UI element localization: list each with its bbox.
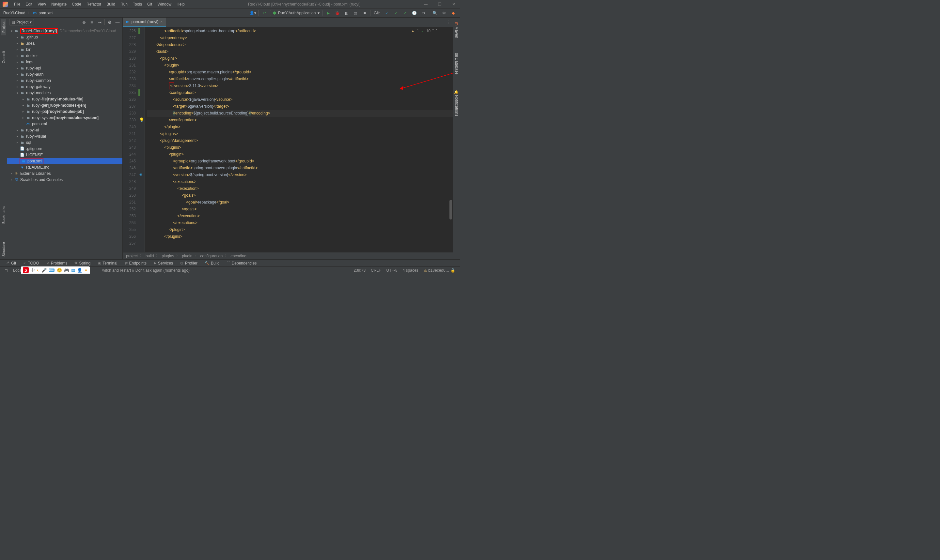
inspection-widget[interactable]: ▲1 ✓10 ˆˇ [410, 28, 438, 34]
run-config-selector[interactable]: ⬢ RuoYiAuthApplication ▾ [270, 10, 323, 16]
menu-help[interactable]: Help [174, 1, 187, 8]
crumb-item[interactable]: build [146, 254, 154, 258]
gutter-nav-icon[interactable]: ◉↓ [139, 172, 144, 176]
code-area[interactable]: 2262272282292302312322332342352362372382… [123, 27, 453, 252]
expand-icon[interactable]: ≡ [89, 19, 95, 25]
crumb-item[interactable]: plugins [162, 254, 174, 258]
menu-window[interactable]: Window [155, 1, 174, 8]
breadcrumb-file[interactable]: pom.xml [39, 11, 53, 15]
tool-bookmarks[interactable]: Bookmarks [1, 203, 6, 226]
coverage-button[interactable]: ◧ [343, 9, 350, 17]
menu-file[interactable]: File [12, 1, 23, 8]
back-icon[interactable]: ↶ [261, 9, 268, 17]
bottom-tab-todo[interactable]: ✓TODO [20, 260, 42, 266]
search-icon[interactable]: 🔍 [431, 9, 438, 17]
maximize-button[interactable]: ❐ [436, 2, 444, 6]
bottom-tab-git[interactable]: ⎇Git [2, 260, 19, 266]
tree-item[interactable]: mpom.xml [7, 121, 122, 127]
locate-icon[interactable]: ⊕ [81, 19, 87, 25]
git-push-icon[interactable]: ↗ [401, 9, 408, 17]
tree-item[interactable]: ▸◱Scratches and Consoles [7, 177, 122, 183]
profile-button[interactable]: ◷ [352, 9, 359, 17]
tool-notifications[interactable]: 🔔 Notifications [454, 87, 459, 119]
sidebar-settings-icon[interactable]: ⚙ [107, 19, 112, 25]
tree-item[interactable]: ▸🖿ruoyi-ui [7, 127, 122, 133]
minimize-button[interactable]: — [422, 2, 430, 6]
git-revert-icon[interactable]: ⟲ [420, 9, 427, 17]
menu-view[interactable]: View [35, 1, 48, 8]
bottom-tab-build[interactable]: 🔨Build [201, 260, 223, 266]
tree-item[interactable]: ▸🖿sql [7, 139, 122, 145]
close-button[interactable]: ✕ [450, 2, 457, 6]
tree-item[interactable]: ▸🖿bin [7, 46, 122, 52]
tree-item[interactable]: ▸🖿docker [7, 52, 122, 59]
editor-breadcrumbs[interactable]: project〉build〉plugins〉plugin〉configurati… [123, 252, 453, 259]
tree-item[interactable]: ▸🖿ruoyi-job [ruoyi-modules-job] [7, 108, 122, 114]
bottom-tab-spring[interactable]: ✿Spring [71, 260, 94, 266]
menu-tools[interactable]: Tools [131, 1, 144, 8]
tree-item[interactable]: 📄LICENSE [7, 152, 122, 158]
tree-item[interactable]: ▸🖿ruoyi-visual [7, 133, 122, 139]
breadcrumb-root[interactable]: RuoYi-Cloud [3, 11, 25, 15]
crumb-item[interactable]: project [126, 254, 138, 258]
tool-commit[interactable]: Commit [1, 48, 6, 66]
status-line-sep[interactable]: CRLF [368, 268, 384, 273]
bottom-tab-dependencies[interactable]: ☷Dependencies [223, 260, 260, 266]
tree-item[interactable]: 📄.gitignore [7, 145, 122, 152]
tree-item[interactable]: ▸🖿ruoyi-system [ruoyi-modules-system] [7, 114, 122, 121]
editor-scrollbar[interactable] [450, 200, 452, 220]
debug-button[interactable]: 🐞 [334, 9, 341, 17]
menu-edit[interactable]: Edit [23, 1, 35, 8]
tree-item[interactable]: mpom.xml [7, 158, 122, 164]
code-content[interactable]: 配置版本号 <artifactId>spring-cloud-starter-b… [145, 27, 453, 252]
menu-navigate[interactable]: Navigate [49, 1, 69, 8]
tree-item[interactable]: ▸🖿ruoyi-auth [7, 71, 122, 77]
menu-refactor[interactable]: Refactor [84, 1, 103, 8]
tab-close-icon[interactable]: × [160, 20, 163, 24]
tree-item[interactable]: ▸🖿ruoyi-common [7, 77, 122, 83]
tool-maven[interactable]: m Maven [454, 20, 459, 41]
bottom-tab-terminal[interactable]: ▣Terminal [94, 260, 120, 266]
menu-build[interactable]: Build [104, 1, 117, 8]
tree-item[interactable]: ▸🖿.idea [7, 40, 122, 46]
settings-icon[interactable]: ⚙ [440, 9, 447, 17]
status-git-branch[interactable]: ⚠ b18eced0… 🔒 [421, 268, 458, 273]
sidebar-hide-icon[interactable]: — [114, 19, 120, 25]
users-icon[interactable]: 👤▾ [250, 9, 257, 17]
intention-bulb-icon[interactable]: 💡 [139, 117, 144, 122]
status-indent[interactable]: 4 spaces [400, 268, 421, 273]
tool-database[interactable]: 🗄 Database [454, 51, 459, 77]
tree-item[interactable]: ▸🖿ruoyi-api [7, 65, 122, 71]
menu-code[interactable]: Code [69, 1, 83, 8]
menu-git[interactable]: Git [145, 1, 154, 8]
git-pull-icon[interactable]: ✓ [383, 9, 390, 17]
git-commit-icon[interactable]: ✓ [392, 9, 399, 17]
bottom-tab-problems[interactable]: ⊘Problems [43, 260, 71, 266]
tree-item[interactable]: ▸🖿ruoyi-gen [ruoyi-modules-gen] [7, 102, 122, 108]
crumb-item[interactable]: plugin [182, 254, 192, 258]
tree-item[interactable]: ▸🖿.github [7, 34, 122, 40]
bottom-tab-profiler[interactable]: ◷Profiler [177, 260, 201, 266]
tree-root[interactable]: ▾🖿RuoYi-Cloud [ruoyi] D:\kennychen\code\… [7, 28, 122, 34]
tool-project[interactable]: Project [1, 19, 6, 35]
status-message[interactable]: witch and restart // Don't ask again (mo… [100, 268, 192, 273]
tree-item[interactable]: ▸🖿ruoyi-file [ruoyi-modules-file] [7, 96, 122, 102]
status-indexing-icon[interactable]: ◻ [2, 268, 11, 273]
bottom-tab-endpoints[interactable]: ⇄Endpoints [122, 260, 150, 266]
ime-lang-label[interactable]: 中 [31, 267, 35, 273]
status-caret-pos[interactable]: 239:73 [351, 268, 368, 273]
editor-tab[interactable]: m pom.xml (ruoyi) × [123, 18, 166, 27]
sidebar-view-selector[interactable]: ▤Project▾ [9, 19, 34, 25]
tree-item[interactable]: ▸🖿ruoyi-gateway [7, 83, 122, 90]
run-button[interactable]: ▶ [324, 9, 331, 17]
tree-item[interactable]: ▼README.md [7, 164, 122, 170]
tree-item[interactable]: ▾🖿ruoyi-modules [7, 90, 122, 96]
ime-toolbar[interactable]: S 中 •, 🎤 ⌨ 😊 🎮 ▦ 👤 ✦ [21, 266, 90, 274]
project-breadcrumb[interactable]: RuoYi-Cloud 〉 m pom.xml [3, 10, 54, 15]
tool-structure[interactable]: Structure [1, 239, 6, 259]
bottom-tab-services[interactable]: ▶Services [151, 260, 176, 266]
tree-item[interactable]: ▸🖿logs [7, 59, 122, 65]
git-history-icon[interactable]: 🕓 [411, 9, 418, 17]
crumb-item[interactable]: configuration [200, 254, 223, 258]
stop-button[interactable]: ■ [361, 9, 368, 17]
